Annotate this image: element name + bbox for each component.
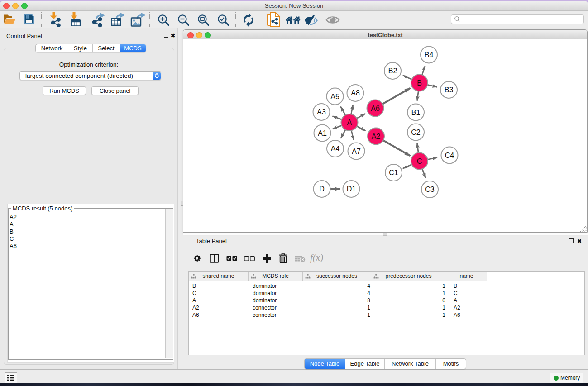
svg-text:C1: C1	[389, 169, 398, 176]
svg-text:B4: B4	[425, 51, 434, 59]
svg-text:D: D	[319, 185, 325, 193]
svg-text:D1: D1	[347, 185, 356, 193]
svg-text:C2: C2	[411, 129, 421, 136]
svg-text:B3: B3	[445, 86, 454, 94]
svg-text:A: A	[347, 119, 352, 126]
svg-text:A5: A5	[330, 93, 339, 100]
svg-text:B2: B2	[388, 67, 397, 75]
svg-text:A3: A3	[317, 108, 326, 116]
svg-text:A6: A6	[371, 105, 380, 112]
svg-text:C3: C3	[425, 186, 435, 193]
svg-text:A8: A8	[351, 89, 360, 97]
svg-text:A4: A4	[331, 145, 340, 152]
svg-text:A1: A1	[318, 129, 327, 137]
svg-text:C4: C4	[445, 152, 454, 159]
svg-text:A2: A2	[372, 133, 381, 140]
svg-text:B: B	[417, 79, 422, 87]
svg-text:B1: B1	[411, 109, 421, 116]
svg-text:C: C	[417, 157, 422, 165]
svg-text:A7: A7	[352, 148, 361, 155]
